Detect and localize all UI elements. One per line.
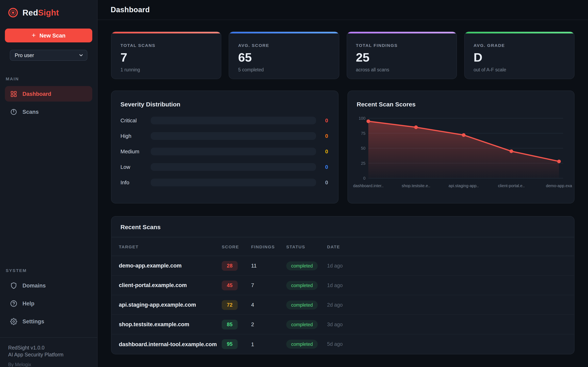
status-badge: completed [286,340,318,349]
recent-scans-title-row: Recent Scans [112,217,574,237]
scan-icon [10,108,17,115]
sidebar-item-label: Dashboard [22,91,51,97]
sidebar-item-domains[interactable]: Domains [5,278,92,293]
severity-label: Medium [121,149,151,155]
severity-count: 0 [316,149,328,155]
svg-text:dashboard.inter..: dashboard.inter.. [353,184,383,188]
col-status: STATUS [286,244,327,249]
stat-card-accent [347,32,457,33]
severity-rows: Critical 0 High 0 Medium 0 [121,117,328,186]
date-cell: 3d ago [327,322,567,327]
chart-title: Recent Scan Scores [357,101,563,108]
new-scan-label: New Scan [39,33,66,39]
app-byline: By Melogix [8,362,89,367]
svg-text:0: 0 [363,176,365,180]
stat-card-sub: 5 completed [238,67,330,72]
stat-card-accent [229,32,339,33]
sidebar-footer: RedSight v1.0.0 AI App Security Platform… [0,337,97,367]
plan-select[interactable]: Pro user [10,50,87,61]
score-badge: 28 [222,261,238,271]
severity-bar-track [151,117,316,124]
sidebar-item-help[interactable]: Help [5,296,92,311]
target-cell: shop.testsite.example.com [119,321,222,327]
svg-text:50: 50 [361,146,365,150]
status-badge: completed [286,300,318,309]
severity-count: 0 [316,179,328,185]
table-row[interactable]: shop.testsite.example.com 85 2 completed… [112,315,574,334]
sidebar-item-settings[interactable]: Settings [5,314,92,329]
severity-label: Info [121,179,151,185]
table-row[interactable]: demo-app.example.com 28 11 completed 1d … [112,256,574,276]
severity-label: Low [121,164,151,170]
status-badge: completed [286,281,318,290]
findings-cell: 11 [251,263,286,269]
table-row[interactable]: dashboard.internal-tool.example.com 95 1… [112,334,574,354]
shield-icon [10,282,17,289]
svg-text:75: 75 [361,131,365,136]
status-badge: completed [286,320,318,329]
section-label-main: MAIN [0,76,97,81]
severity-row-low: Low 0 [121,163,328,171]
severity-count: 0 [316,164,328,170]
target-cell: client-portal.example.com [119,282,222,288]
severity-row-high: High 0 [121,132,328,140]
stat-card-total-findings: TOTAL FINDINGS 25 across all scans [346,31,457,79]
main-nav: Dashboard Scans [0,86,97,122]
target-cell: demo-app.example.com [119,263,222,269]
findings-cell: 4 [251,302,286,308]
grid-icon [10,90,17,97]
stat-card-value: 65 [238,51,330,64]
scan-scores-panel: Recent Scan Scores 0255075100dashboard.i… [347,91,575,203]
severity-bar-track [151,163,316,171]
svg-text:25: 25 [361,161,365,166]
severity-bar-track [151,179,316,186]
main-area: Dashboard TOTAL SCANS 7 1 running AVG. S… [98,0,588,367]
app-tagline: AI App Security Platform [8,351,89,359]
scan-scores-plot: 0255075100dashboard.inter..shop.testsite… [357,115,563,192]
content: TOTAL SCANS 7 1 running AVG. SCORE 65 5 … [98,20,588,367]
gear-icon [10,318,17,325]
table-header: TARGET SCORE FINDINGS STATUS DATE [112,237,574,256]
severity-row-info: Info 0 [121,179,328,186]
score-badge: 85 [222,319,238,329]
date-cell: 1d ago [327,263,567,268]
stat-card-label: AVG. SCORE [238,43,330,48]
score-badge: 95 [222,339,238,349]
findings-cell: 2 [251,321,286,327]
new-scan-button[interactable]: + New Scan [5,29,92,42]
table-row[interactable]: api.staging-app.example.com 72 4 complet… [112,295,574,315]
severity-bar-track [151,132,316,140]
target-cell: dashboard.internal-tool.example.com [119,341,222,347]
sidebar-item-scans[interactable]: Scans [5,104,92,119]
stat-card-label: AVG. GRADE [474,43,565,48]
stat-card-avg-grade: AVG. GRADE D out of A-F scale [464,31,575,79]
findings-cell: 1 [251,341,286,347]
svg-text:demo-app.exa: demo-app.exa [546,184,572,188]
stat-card-value: 25 [356,51,448,64]
severity-row-critical: Critical 0 [121,117,328,124]
col-date: DATE [327,244,567,249]
date-cell: 1d ago [327,282,567,288]
brand: RedSight [0,0,97,18]
severity-row-medium: Medium 0 [121,148,328,155]
score-badge: 72 [222,300,238,310]
stat-card-avg-score: AVG. SCORE 65 5 completed [229,31,339,79]
sidebar-item-label: Domains [22,282,46,289]
table-row[interactable]: client-portal.example.com 45 7 completed… [112,276,574,295]
brand-name: RedSight [22,8,59,17]
severity-count: 0 [316,117,328,124]
recent-scans-title: Recent Scans [121,224,574,230]
sidebar-spacer [0,122,97,268]
panel-row: Severity Distribution Critical 0 High 0 [111,91,575,203]
severity-count: 0 [316,133,328,139]
svg-text:100: 100 [359,116,365,120]
sidebar-item-label: Help [22,300,35,307]
stat-card-total-scans: TOTAL SCANS 7 1 running [111,31,222,79]
stat-card-value: D [474,51,565,64]
sidebar-item-dashboard[interactable]: Dashboard [5,86,92,101]
svg-text:shop.testsite.e..: shop.testsite.e.. [401,184,430,188]
sidebar-item-label: Scans [22,109,39,115]
severity-panel: Severity Distribution Critical 0 High 0 [111,91,338,203]
plan-select-wrap: Pro user [10,50,87,61]
stat-card-sub: 1 running [121,67,212,72]
